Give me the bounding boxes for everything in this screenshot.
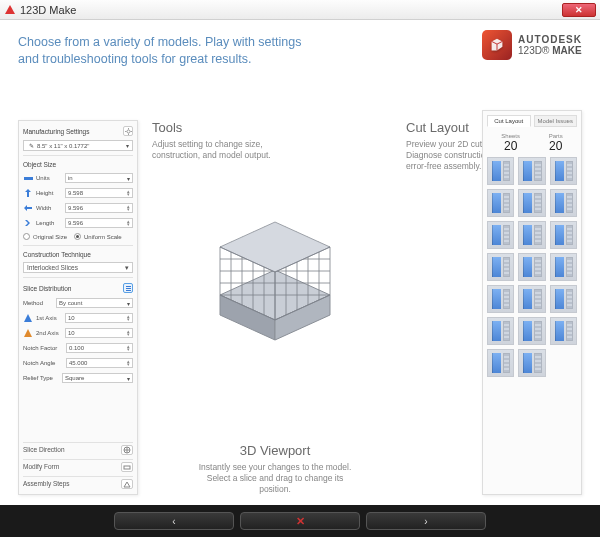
width-icon <box>23 204 33 212</box>
brand-text: AUTODESK 123D® MAKE <box>518 34 582 56</box>
length-value: 9.596 <box>68 220 83 226</box>
height-icon <box>23 189 33 197</box>
svg-marker-7 <box>25 189 31 197</box>
sheet-thumb[interactable] <box>487 221 514 249</box>
units-icon <box>23 174 33 182</box>
window-close-button[interactable]: ✕ <box>562 3 596 17</box>
sheet-thumb[interactable] <box>487 253 514 281</box>
sheet-thumbnails <box>487 157 577 490</box>
sheet-thumb[interactable] <box>487 189 514 217</box>
original-size-label: Original Size <box>33 234 67 240</box>
cut-layout-panel: Cut Layout Model Issues Sheets 20 Parts … <box>482 110 582 495</box>
chevron-right-icon: › <box>424 516 427 527</box>
method-dropdown[interactable]: By count▾ <box>56 298 133 308</box>
object-size-label: Object Size <box>23 161 56 168</box>
sheet-thumb[interactable] <box>550 189 577 217</box>
tools-panel: Manufacturing Settings ✎ 8.5" x 11" x 0.… <box>18 120 138 495</box>
axis1-input[interactable]: 10▴▾ <box>65 313 133 323</box>
units-value: in <box>68 175 73 181</box>
sheet-thumb[interactable] <box>518 253 545 281</box>
intro-line2: and troubleshooting tools for great resu… <box>18 51 338 68</box>
assembly-steps-label: Assembly Steps <box>23 480 70 487</box>
tab-cut-layout-label: Cut Layout <box>494 118 523 124</box>
sheet-thumb[interactable] <box>487 317 514 345</box>
width-input[interactable]: 9.596▴▾ <box>65 203 133 213</box>
mfg-settings-label: Manufacturing Settings <box>23 128 89 135</box>
axis2-icon <box>23 329 33 337</box>
nav-prev-button[interactable]: ‹ <box>114 512 234 530</box>
sheet-thumb[interactable] <box>518 349 545 377</box>
length-input[interactable]: 9.596▴▾ <box>65 218 133 228</box>
axis2-value: 10 <box>68 330 75 336</box>
notch-factor-value: 0.100 <box>69 345 84 351</box>
nav-next-button[interactable]: › <box>366 512 486 530</box>
axis2-input[interactable]: 10▴▾ <box>65 328 133 338</box>
intro-text: Choose from a variety of models. Play wi… <box>18 34 338 68</box>
sheet-thumb[interactable] <box>550 157 577 185</box>
slice-distribution-label: Slice Distribution <box>23 285 71 292</box>
close-icon: ✕ <box>296 515 305 528</box>
brand-reg: ® <box>542 45 549 56</box>
notch-factor-input[interactable]: 0.100▴▾ <box>66 343 133 353</box>
length-label: Length <box>36 220 62 226</box>
svg-point-1 <box>126 129 129 132</box>
sheet-thumb[interactable] <box>487 157 514 185</box>
sheet-thumb[interactable] <box>518 189 545 217</box>
tab-model-issues[interactable]: Model Issues <box>534 115 578 127</box>
window-titlebar: 123D Make ✕ <box>0 0 600 20</box>
app-icon <box>4 4 16 16</box>
gear-icon[interactable] <box>123 126 133 136</box>
notch-angle-input[interactable]: 45.000▴▾ <box>66 358 133 368</box>
relief-type-dropdown[interactable]: Square▾ <box>62 373 133 383</box>
sheet-thumb[interactable] <box>550 317 577 345</box>
construction-technique-value: Interlocked Slices <box>27 264 125 271</box>
tab-cut-layout[interactable]: Cut Layout <box>487 115 531 127</box>
height-input[interactable]: 9.598▴▾ <box>65 188 133 198</box>
svg-marker-13 <box>24 314 32 322</box>
relief-type-value: Square <box>65 375 84 381</box>
axis1-value: 10 <box>68 315 75 321</box>
slice-direction-button[interactable] <box>121 445 133 455</box>
axis1-label: 1st Axis <box>36 315 62 321</box>
notch-angle-label: Notch Angle <box>23 360 63 366</box>
method-label: Method <box>23 300 53 306</box>
mfg-settings-dropdown[interactable]: ✎ 8.5" x 11" x 0.1772" ▾ <box>23 140 133 151</box>
brand: AUTODESK 123D® MAKE <box>482 30 582 60</box>
assembly-steps-button[interactable] <box>121 479 133 489</box>
chevron-left-icon: ‹ <box>172 516 175 527</box>
sheet-thumb[interactable] <box>518 157 545 185</box>
chevron-down-icon: ▾ <box>127 375 130 382</box>
construction-technique-label: Construction Technique <box>23 251 91 258</box>
tab-model-issues-label: Model Issues <box>538 118 573 124</box>
sheet-thumb[interactable] <box>518 285 545 313</box>
original-size-radio[interactable] <box>23 233 30 240</box>
brand-line2b: MAKE <box>552 45 581 56</box>
intro-line1: Choose from a variety of models. Play wi… <box>18 34 338 51</box>
construction-technique-dropdown[interactable]: Interlocked Slices ▾ <box>23 262 133 273</box>
viewport-3d[interactable] <box>195 210 355 360</box>
svg-marker-9 <box>25 220 30 226</box>
svg-marker-36 <box>220 222 330 272</box>
sheet-thumb[interactable] <box>550 221 577 249</box>
notch-factor-label: Notch Factor <box>23 345 63 351</box>
sheet-thumb[interactable] <box>550 253 577 281</box>
sheet-thumb[interactable] <box>550 285 577 313</box>
sheet-thumb[interactable] <box>487 349 514 377</box>
modify-form-button[interactable] <box>121 462 133 472</box>
sheet-thumb[interactable] <box>518 317 545 345</box>
units-label: Units <box>36 175 62 181</box>
nav-close-button[interactable]: ✕ <box>240 512 360 530</box>
svg-rect-6 <box>24 177 33 180</box>
chevron-down-icon: ▾ <box>126 142 129 149</box>
width-label: Width <box>36 205 62 211</box>
list-icon[interactable] <box>123 283 133 293</box>
uniform-scale-radio[interactable] <box>74 233 81 240</box>
notch-angle-value: 45.000 <box>69 360 87 366</box>
viewport-description: Instantly see your changes to the model.… <box>195 462 355 495</box>
units-dropdown[interactable]: in▾ <box>65 173 133 183</box>
sheet-thumb[interactable] <box>518 221 545 249</box>
chevron-down-icon: ▾ <box>127 175 130 182</box>
chevron-down-icon: ▾ <box>127 300 130 307</box>
uniform-scale-label: Uniform Scale <box>84 234 122 240</box>
sheet-thumb[interactable] <box>487 285 514 313</box>
